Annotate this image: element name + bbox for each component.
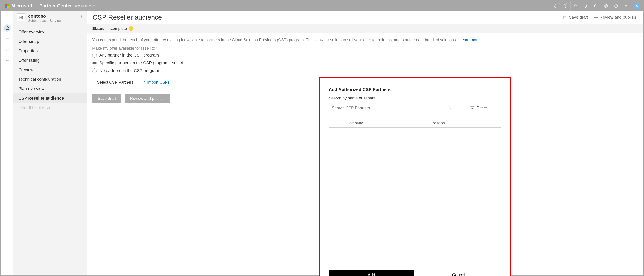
rail-analytics-icon[interactable] [4,48,10,53]
search-input[interactable] [332,106,448,110]
main: CSP Reseller audience Save draft Review … [87,11,643,275]
radio-circle-selected-icon [92,61,97,65]
avatar-initial: A [636,4,638,8]
radio-circle-icon [92,68,97,73]
sidebar-item-csp-reseller[interactable]: CSP Reseller audience [14,93,87,103]
dialog-title: Add Authorized CSP Partners [329,87,502,92]
gear-icon[interactable] [621,1,631,11]
svg-point-17 [449,107,451,109]
svg-rect-15 [564,16,566,17]
radio-no-partners[interactable]: No partners in the CSP program [92,68,637,73]
radio-label: Specific partners in the CSP program I s… [99,61,183,65]
help-icon[interactable] [611,1,621,11]
status-value: Incomplete [107,26,127,31]
briefcase-icon[interactable] [591,1,601,11]
svg-rect-2 [594,5,597,7]
sidebar-item-properties[interactable]: Properties [14,46,87,56]
page-title: CSP Reseller audience [93,14,162,21]
description-text: You can expand the reach of your offer b… [92,38,457,42]
product-subtitle: Software as a Service [28,19,61,23]
svg-point-5 [606,6,606,6]
add-csp-partners-dialog: Add Authorized CSP Partners Search by na… [320,78,510,276]
sidebar-item-offer-setup[interactable]: Offer setup [14,37,87,46]
radio-group: Any partner in the CSP program Specific … [87,51,643,75]
svg-rect-11 [20,16,21,17]
upload-icon [142,81,146,84]
review-publish-button[interactable]: Review and publish [125,94,170,103]
svg-point-4 [605,6,606,6]
top-bar: Microsoft Partner Center Test PMC 2 PC I… [1,1,643,11]
radio-specific-partners[interactable]: Specific partners in the CSP program I s… [92,61,637,65]
sidebar: contoso Software as a Service Offer over… [14,11,87,275]
dialog-highlight-border: Add Authorized CSP Partners Search by na… [320,77,511,276]
save-draft-action[interactable]: Save draft [563,15,588,20]
sidebar-item-offer-id: Offer ID: contoso [14,103,87,112]
left-rail [1,11,14,275]
save-draft-label: Save draft [569,15,588,20]
svg-rect-12 [22,16,23,17]
microsoft-logo-icon [4,4,9,8]
globe-icon [594,15,598,20]
filters-label: Filters [476,106,487,110]
product-grid-icon [17,14,25,22]
rail-home-icon[interactable] [4,24,11,32]
filter-icon [470,106,474,110]
search-icon [448,106,452,110]
product-name: contoso [28,14,61,19]
import-csps-link[interactable]: Import CSPs [142,80,170,85]
product-card: contoso Software as a Service [14,11,87,24]
svg-rect-10 [6,61,9,63]
add-button[interactable]: Add [329,270,414,276]
radio-label: No partners in the CSP program [99,68,159,73]
search-icon[interactable] [571,1,581,11]
rail-news-icon[interactable] [4,37,10,42]
status-badge-icon [128,26,133,31]
learn-more-link[interactable]: Learn more [459,38,480,42]
sidebar-item-offer-overview[interactable]: Offer overview [14,27,87,37]
field-label: Make my offer available for resell to * [87,44,643,51]
smiley-icon[interactable] [601,1,611,11]
rail-menu-icon[interactable] [4,14,10,19]
radio-any-partner[interactable]: Any partner in the CSP program [92,53,637,58]
save-icon [563,15,567,20]
save-draft-button[interactable]: Save draft [92,94,122,103]
bell-icon[interactable] [581,1,591,11]
brand-label: Microsoft [11,3,32,9]
description: You can expand the reach of your offer b… [87,33,643,44]
column-location: Location [430,121,502,125]
filters-button[interactable]: Filters [470,106,487,110]
import-csps-label: Import CSPs [147,80,170,85]
review-publish-label: Review and publish [600,15,636,20]
svg-point-3 [604,5,608,8]
column-company: Company [347,121,430,125]
sidebar-item-plan-overview[interactable]: Plan overview [14,84,87,93]
radio-label: Any partner in the CSP program [99,53,159,58]
app-label: Partner Center [40,3,72,9]
status-key: Status: [92,26,106,31]
svg-rect-13 [20,18,21,19]
dialog-subtitle: Search by name or Tenant ID [329,96,502,100]
sidebar-item-offer-listing[interactable]: Offer listing [14,56,87,65]
table-header: Company Location [329,119,502,128]
svg-point-1 [574,5,576,7]
svg-rect-14 [22,18,23,19]
search-box[interactable] [329,103,455,113]
select-csp-partners-button[interactable]: Select CSP Partners [92,78,138,87]
internal-label: Internal [559,2,567,5]
sidebar-item-technical-config[interactable]: Technical configuration [14,75,87,84]
pin-icon[interactable] [80,15,84,20]
sidebar-item-preview[interactable]: Preview [14,65,87,75]
radio-circle-icon [92,53,97,58]
divider [36,4,36,8]
cancel-button[interactable]: Cancel [416,270,502,276]
status-bar: Status: Incomplete [87,24,643,33]
sidebar-nav: Offer overview Offer setup Properties Of… [14,27,87,112]
env-label: Test PMC 2 PC [74,4,96,8]
svg-point-8 [626,6,626,7]
review-publish-action[interactable]: Review and publish [594,15,636,20]
rail-briefcase-icon[interactable] [4,59,10,64]
svg-rect-9 [6,38,9,41]
avatar[interactable]: A [634,3,640,9]
